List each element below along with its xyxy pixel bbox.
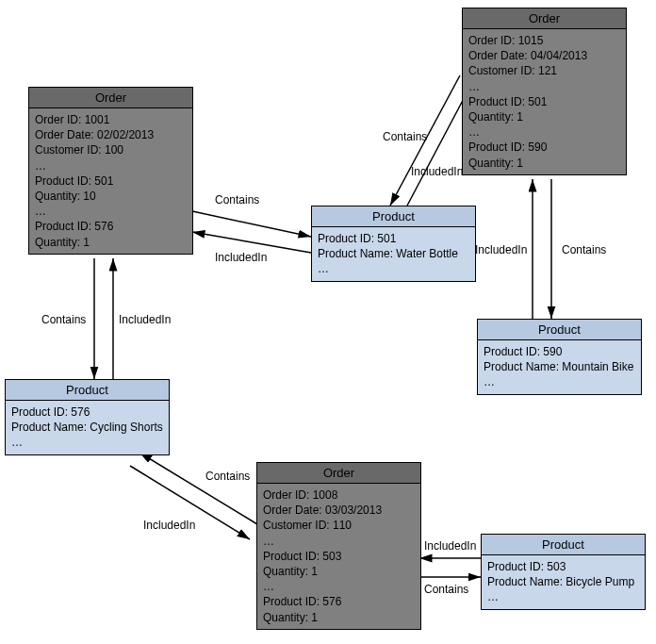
product-body: Product ID: 576 Product Name: Cycling Sh… — [6, 401, 169, 454]
order-title: Order — [257, 463, 420, 484]
edge-label-includedin: IncludedIn — [411, 165, 463, 178]
edge-label-contains: Contains — [41, 313, 86, 326]
svg-line-1 — [192, 232, 311, 253]
product-node-576: Product Product ID: 576 Product Name: Cy… — [5, 379, 170, 455]
order-title: Order — [29, 88, 192, 108]
product-body: Product ID: 503 Product Name: Bicycle Pu… — [482, 555, 645, 609]
edge-label-contains: Contains — [205, 470, 250, 483]
product-title: Product — [6, 380, 169, 401]
order-body: Order ID: 1001 Order Date: 02/02/2013 Cu… — [29, 108, 192, 254]
product-node-501: Product Product ID: 501 Product Name: Wa… — [311, 206, 476, 282]
edge-label-includedin: IncludedIn — [424, 539, 476, 553]
order-node-1015: Order Order ID: 1015 Order Date: 04/04/2… — [462, 8, 627, 175]
order-node-1001: Order Order ID: 1001 Order Date: 02/02/2… — [28, 87, 193, 255]
order-node-1008: Order Order ID: 1008 Order Date: 03/03/2… — [256, 462, 421, 630]
edge-label-includedin: IncludedIn — [143, 519, 195, 532]
edge-label-contains: Contains — [215, 193, 259, 206]
order-body: Order ID: 1008 Order Date: 03/03/2013 Cu… — [257, 484, 420, 629]
order-title: Order — [463, 8, 626, 29]
product-title: Product — [482, 535, 645, 555]
svg-line-0 — [192, 211, 311, 237]
product-title: Product — [478, 320, 641, 340]
product-node-503: Product Product ID: 503 Product Name: Bi… — [481, 534, 646, 610]
edge-label-includedin: IncludedIn — [475, 243, 527, 256]
product-body: Product ID: 501 Product Name: Water Bott… — [312, 227, 475, 281]
edge-label-contains: Contains — [383, 130, 427, 143]
order-body: Order ID: 1015 Order Date: 04/04/2013 Cu… — [463, 29, 626, 174]
edge-label-contains: Contains — [562, 243, 606, 256]
product-node-590: Product Product ID: 590 Product Name: Mo… — [477, 319, 642, 395]
product-title: Product — [312, 206, 475, 227]
edge-label-includedin: IncludedIn — [119, 313, 171, 326]
edge-label-contains: Contains — [424, 583, 468, 596]
edge-label-includedin: IncludedIn — [215, 251, 267, 264]
svg-line-8 — [139, 453, 257, 524]
product-body: Product ID: 590 Product Name: Mountain B… — [478, 340, 641, 394]
